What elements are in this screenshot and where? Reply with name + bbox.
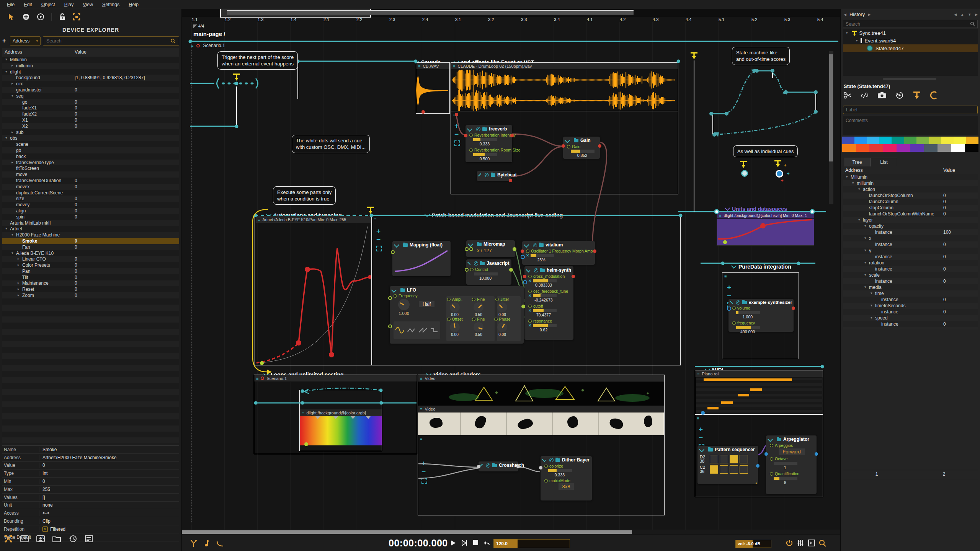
- unlink-icon[interactable]: [861, 91, 869, 99]
- menu-file[interactable]: File: [3, 1, 18, 8]
- tree-row-y[interactable]: ▾y: [843, 248, 978, 254]
- menu-help[interactable]: Help: [125, 1, 142, 8]
- step-cell[interactable]: [720, 465, 728, 474]
- color-swatch[interactable]: [842, 144, 856, 152]
- audio-in-port[interactable]: [562, 144, 565, 148]
- note-white-dots[interactable]: The white dots will send a cuewith custo…: [292, 135, 370, 153]
- value-in-port[interactable]: [388, 324, 392, 328]
- nav-right-icon[interactable]: ▶: [975, 13, 978, 16]
- node-mapping[interactable]: Mapping (float): [392, 241, 451, 276]
- color-swatch[interactable]: [954, 137, 966, 144]
- tree-row-millumin[interactable]: ▾millumin: [843, 180, 978, 186]
- param-slider[interactable]: [548, 469, 572, 472]
- param-slider[interactable]: [736, 311, 760, 314]
- tree-row-spin[interactable]: spin0: [2, 214, 179, 220]
- value-in-port[interactable]: [469, 247, 473, 251]
- units-box[interactable]: ≡dlight:/background@[color.hsv.h] Min: 0…: [717, 212, 814, 246]
- tree-row-sub[interactable]: ▸sub: [2, 129, 179, 135]
- video-out-port[interactable]: [516, 465, 520, 468]
- slot-menu-icon[interactable]: ≡: [724, 274, 727, 278]
- color-swatch[interactable]: [965, 144, 978, 152]
- automation-curve[interactable]: [256, 223, 371, 364]
- midi-note[interactable]: [707, 407, 719, 409]
- time-ruler[interactable]: 1.11.21.31.42.12.22.32.43.13.23.33.44.14…: [182, 17, 840, 23]
- midi-in-port[interactable]: [521, 255, 525, 259]
- tree-row-scene[interactable]: scene: [2, 141, 179, 147]
- collapse-icon[interactable]: [468, 241, 473, 247]
- video-in-port[interactable]: [477, 465, 480, 468]
- tree-row-Millumin[interactable]: ▾Millumin: [843, 174, 978, 180]
- tree-row-instance[interactable]: instance0: [843, 297, 978, 303]
- object-row-event[interactable]: ▾ Event.swan54: [843, 37, 978, 44]
- node-helm-synth[interactable]: helm-synth cross_modulation✕0.383333osc_…: [524, 266, 573, 340]
- device-explorer-tab-icon[interactable]: [4, 534, 13, 543]
- zoom-in-icon[interactable]: +: [376, 228, 381, 234]
- color-swatch[interactable]: [910, 144, 924, 152]
- recall-snapshot-icon[interactable]: [895, 91, 904, 99]
- label-input[interactable]: Label: [843, 106, 978, 114]
- node-arpeggiator[interactable]: Arpeggiator Arpeggios Forward Octave 1 Q…: [766, 435, 817, 494]
- remove-mapping-icon[interactable]: ✕: [528, 293, 531, 298]
- collapse-icon[interactable]: [467, 126, 472, 132]
- history-tab-icon[interactable]: [68, 534, 77, 543]
- select-tool-icon[interactable]: [8, 13, 15, 21]
- slot-menu-icon[interactable]: ≡: [697, 416, 699, 420]
- lfo-knob-jitter[interactable]: Jitter0.00: [494, 297, 511, 317]
- param-slider[interactable]: [533, 309, 557, 312]
- slot-menu-icon[interactable]: ≡: [191, 44, 193, 47]
- color-swatch[interactable]: [883, 144, 897, 152]
- arpeggio-mode-value[interactable]: Forward: [779, 448, 805, 455]
- collapse-icon[interactable]: [394, 242, 399, 248]
- lfo-knob-phase[interactable]: Phase0.00: [494, 317, 511, 337]
- lfo-half-chip[interactable]: Half: [419, 301, 434, 307]
- midi-in-port[interactable]: [727, 306, 731, 311]
- tree-row-instance[interactable]: instance0: [843, 309, 978, 315]
- node-dither-bayer[interactable]: Dither-Bayer colorize0.333 matrixMode 8x…: [541, 456, 592, 500]
- param-slider[interactable]: [736, 326, 760, 329]
- cue-trigger[interactable]: [739, 161, 748, 168]
- video-in-port[interactable]: [539, 466, 542, 469]
- collapse-icon[interactable]: [542, 458, 546, 462]
- quarter-note-icon[interactable]: [203, 540, 209, 547]
- curve-state-dot[interactable]: [304, 442, 308, 446]
- lfo-knob-ampl[interactable]: Ampl.0.00: [446, 297, 463, 317]
- node-lfo[interactable]: LFO Frequency 1.000 Half Ampl.0.00Fine0.…: [390, 286, 524, 344]
- color-swatch[interactable]: [941, 137, 954, 144]
- trigger-marker[interactable]: [690, 52, 698, 60]
- tree-row-H2000 Faze Machine[interactable]: ▾H2000 Faze Machine: [2, 232, 179, 238]
- tree-row-duplicateCurrentScene[interactable]: duplicateCurrentScene: [2, 190, 179, 196]
- tree-row-action[interactable]: ▾action: [843, 186, 978, 192]
- audio-in-port[interactable]: [464, 134, 467, 137]
- library-tab-icon[interactable]: [36, 534, 45, 543]
- device-tree[interactable]: ▾Millumin▸millumin▾dlightbackground[1, 0…: [2, 57, 179, 444]
- step-cell[interactable]: [740, 465, 748, 474]
- tree-row-go[interactable]: go: [2, 147, 179, 153]
- node-micromap[interactable]: Micromap x / 127: [466, 240, 515, 257]
- cue-trigger[interactable]: [774, 160, 782, 168]
- comments-input[interactable]: Comments: [843, 116, 978, 135]
- pattern-box[interactable]: ≡dlight:/background@[color.argb]: [299, 390, 382, 451]
- node-freeverb[interactable]: freeverb Reverberation Intensity0.333Rev…: [466, 125, 512, 162]
- tree-row-timeInSeconds[interactable]: ▾timeInSeconds: [843, 303, 978, 309]
- tree-row-launchColumn[interactable]: launchColumn0: [843, 199, 978, 205]
- tree-row-instance[interactable]: instance0: [843, 254, 978, 260]
- tree-row-instance[interactable]: instance0: [843, 321, 978, 327]
- tree-row-align[interactable]: align0: [2, 208, 179, 214]
- step-cell[interactable]: [710, 465, 718, 474]
- reinitialize-button[interactable]: [483, 540, 490, 546]
- zoom-out-icon[interactable]: −: [454, 131, 459, 137]
- value-out-port[interactable]: [513, 247, 516, 251]
- collapse-icon[interactable]: [526, 268, 530, 272]
- note-trigger[interactable]: Trigger the next part of the scorewhen a…: [217, 51, 298, 70]
- color-swatch[interactable]: [892, 137, 904, 144]
- object-row-state[interactable]: State.tend47: [843, 44, 978, 52]
- param-slider[interactable]: [473, 138, 497, 141]
- tree-row-layer[interactable]: ▾layer: [843, 217, 978, 223]
- zoom-out-icon[interactable]: −: [727, 293, 731, 299]
- menu-settings[interactable]: Settings: [98, 1, 123, 8]
- scenario-header[interactable]: ≡ Scenario.1: [191, 43, 225, 48]
- collapse-icon[interactable]: [391, 287, 397, 293]
- color-swatch[interactable]: [867, 137, 879, 144]
- scissors-icon[interactable]: [844, 91, 852, 99]
- tree-row-grandmaster[interactable]: grandmaster0: [2, 87, 179, 93]
